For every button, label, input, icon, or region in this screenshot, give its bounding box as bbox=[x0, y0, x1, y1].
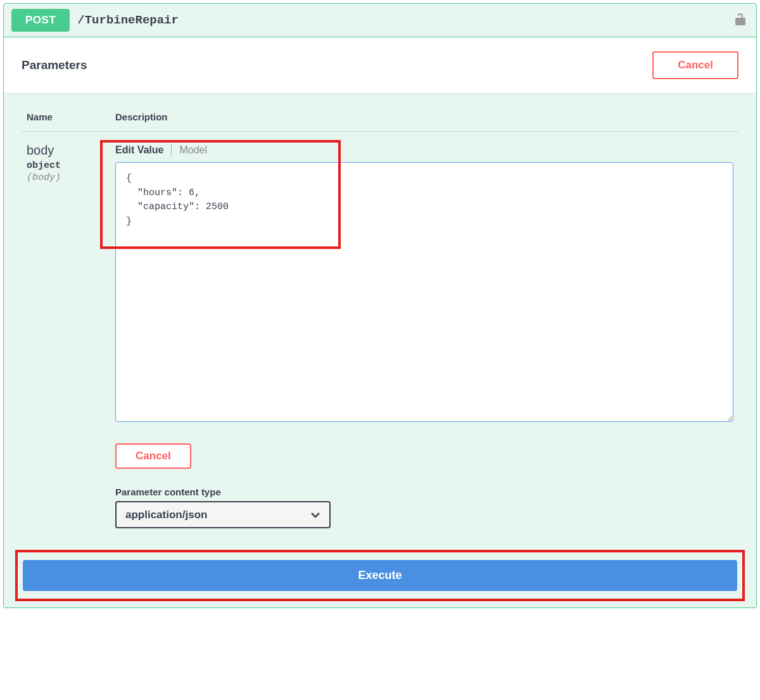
parameter-type: object bbox=[27, 160, 115, 171]
parameter-location: (body) bbox=[27, 172, 115, 183]
column-header-description: Description bbox=[115, 111, 733, 122]
content-type-label: Parameter content type bbox=[115, 487, 733, 497]
api-operation-panel: POST /TurbineRepair Parameters Cancel Na… bbox=[3, 3, 757, 608]
content-type-select-wrapper: application/json bbox=[115, 501, 331, 528]
parameters-header: Parameters Cancel bbox=[4, 37, 756, 94]
parameters-title: Parameters bbox=[22, 58, 87, 72]
value-mode-tabs: Edit Value Model bbox=[115, 144, 733, 156]
endpoint-path: /TurbineRepair bbox=[77, 13, 735, 27]
content-type-section: Parameter content type application/json bbox=[115, 487, 733, 528]
unlock-icon[interactable] bbox=[735, 13, 749, 28]
http-method-badge: POST bbox=[11, 9, 70, 32]
column-header-name: Name bbox=[27, 111, 115, 122]
execute-section: Execute bbox=[4, 546, 756, 608]
parameter-name: body bbox=[27, 143, 115, 158]
tab-model[interactable]: Model bbox=[179, 144, 207, 156]
execute-button[interactable]: Execute bbox=[23, 560, 737, 591]
parameter-description-column: Edit Value Model Cancel Parameter conten… bbox=[115, 143, 733, 528]
tab-separator bbox=[171, 144, 172, 156]
tab-edit-value[interactable]: Edit Value bbox=[115, 144, 163, 156]
parameters-table-header: Name Description bbox=[22, 94, 738, 132]
parameter-row: body object (body) Edit Value Model Canc… bbox=[22, 132, 738, 528]
content-type-select[interactable]: application/json bbox=[115, 501, 331, 528]
cancel-button[interactable]: Cancel bbox=[652, 51, 738, 79]
cancel-body-button[interactable]: Cancel bbox=[115, 443, 191, 469]
request-body-input[interactable] bbox=[115, 162, 733, 422]
parameter-name-column: body object (body) bbox=[27, 143, 115, 528]
parameters-body: Name Description body object (body) Edit… bbox=[4, 94, 756, 546]
operation-header[interactable]: POST /TurbineRepair bbox=[4, 4, 756, 37]
